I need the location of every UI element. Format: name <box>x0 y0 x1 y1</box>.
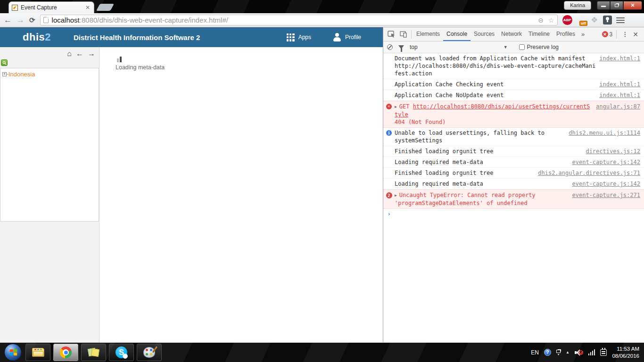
tab-favicon-icon <box>12 5 18 11</box>
volume-muted-icon[interactable] <box>575 349 583 356</box>
minimize-button[interactable]: ▬ <box>597 1 610 10</box>
source-link[interactable]: event-capture.js:142 <box>572 159 641 165</box>
browser-toolbar: ← → ⟳ localhost:8080/dhis/dhis-web-event… <box>0 13 644 27</box>
tab-close-icon[interactable]: ✕ <box>84 4 91 11</box>
console-message[interactable]: Loading required meta-data event-capture… <box>383 157 644 168</box>
tab-sources[interactable]: Sources <box>471 27 498 41</box>
failed-request-link[interactable]: http://localhost:8080/dhis/api/userSetti… <box>395 103 590 118</box>
show-hidden-icons[interactable]: ▲ <box>566 350 570 354</box>
main-panel: Loading meta-data <box>100 47 383 343</box>
console-error-message[interactable]: ✕ ▶GET http://localhost:8080/dhis/api/us… <box>383 101 644 128</box>
console-error-message[interactable]: 2 ▶Uncaught TypeError: Cannot read prope… <box>383 189 644 209</box>
source-link[interactable]: index.html:1 <box>599 92 640 99</box>
help-tray-icon[interactable]: ? <box>544 349 551 356</box>
restore-button[interactable] <box>610 1 623 10</box>
console-message[interactable]: Document was loaded from Application Cac… <box>383 53 644 79</box>
source-link[interactable]: event-capture.js:142 <box>572 181 641 187</box>
home-icon[interactable]: ⌂ <box>67 50 72 58</box>
explorer-folder-icon <box>32 348 44 357</box>
adblock-plus-icon[interactable]: ABP <box>562 15 572 25</box>
source-link[interactable]: dhis2.angular.directives.js:71 <box>538 170 640 176</box>
start-button[interactable] <box>4 344 22 361</box>
address-bar[interactable]: localhost:8080/dhis/dhis-web-event-captu… <box>40 15 558 25</box>
devtools-tabbar: Elements Console Sources Network Timelin… <box>383 27 644 41</box>
more-tabs-icon[interactable]: » <box>578 31 587 38</box>
nav-back-icon[interactable]: ← <box>76 50 83 58</box>
nav-forward-icon[interactable]: → <box>88 50 95 58</box>
source-link[interactable]: event-capture.js:271 <box>572 192 641 198</box>
window-title-bar: Event Capture ✕ Karina ▬ ✕ <box>0 0 644 13</box>
tree-expand-icon[interactable]: + <box>2 72 7 76</box>
orgunit-search-button[interactable] <box>1 59 8 66</box>
console-message[interactable]: Loading required meta-data event-capture… <box>383 179 644 189</box>
browser-profile-button[interactable]: Karina <box>564 1 591 10</box>
expand-triangle-icon[interactable]: ▶ <box>395 105 397 109</box>
chrome-menu-icon[interactable] <box>616 17 625 23</box>
restore-icon <box>615 4 619 7</box>
tree-node-label[interactable]: Indonesia <box>8 71 35 78</box>
console-message[interactable]: Finished loading orgunit tree directives… <box>383 146 644 157</box>
taskbar-clock[interactable]: 11:53 AM 08/06/2016 <box>612 346 639 360</box>
app-title: District Health Information Software 2 <box>74 33 287 41</box>
back-button[interactable]: ← <box>4 16 12 24</box>
devtools-close-icon[interactable]: ✕ <box>632 31 642 38</box>
lightbulb-extension-icon[interactable] <box>603 16 612 25</box>
expand-triangle-icon[interactable]: ▶ <box>395 193 397 197</box>
network-signal-icon[interactable] <box>588 349 595 355</box>
profile-menu[interactable]: Profile <box>333 33 361 41</box>
power-plug-icon[interactable] <box>600 349 607 356</box>
language-indicator[interactable]: EN <box>531 349 539 356</box>
tab-profiles[interactable]: Profiles <box>553 27 578 41</box>
error-badge-icon: ✕ <box>602 31 608 37</box>
tab-console[interactable]: Console <box>443 27 471 41</box>
taskbar-sticky-notes-button[interactable] <box>81 344 106 361</box>
windows-update-tray-icon[interactable]: ▾ <box>556 350 561 355</box>
taskbar-chrome-button[interactable] <box>53 344 78 361</box>
skype-icon: S <box>116 346 127 358</box>
context-dropdown-icon[interactable]: ▼ <box>504 45 508 49</box>
source-link[interactable]: index.html:1 <box>599 55 640 62</box>
source-link[interactable]: angular.js:87 <box>596 103 640 110</box>
tree-node-indonesia[interactable]: + Indonesia <box>2 71 97 78</box>
console-message[interactable]: Application Cache NoUpdate event index.h… <box>383 90 644 101</box>
source-link[interactable]: index.html:1 <box>599 81 640 88</box>
clear-console-icon[interactable] <box>387 44 393 50</box>
tab-elements[interactable]: Elements <box>413 27 443 41</box>
page-icon[interactable] <box>43 17 49 23</box>
preserve-log-checkbox[interactable] <box>519 44 525 50</box>
source-link[interactable]: directives.js:12 <box>586 148 640 155</box>
console-prompt[interactable]: › <box>383 209 644 219</box>
console-message[interactable]: Application Cache Checking event index.h… <box>383 79 644 90</box>
dropbox-icon[interactable]: ❖ <box>590 16 599 25</box>
close-button[interactable]: ✕ <box>623 1 642 10</box>
error-count-badge: 2 <box>386 192 392 198</box>
zoom-out-icon[interactable]: ⊝ <box>538 16 544 24</box>
taskbar-skype-button[interactable]: S <box>109 344 134 361</box>
reload-button[interactable]: ⟳ <box>29 16 35 24</box>
info-icon: i <box>386 130 392 136</box>
forward-button[interactable]: → <box>17 16 25 24</box>
tab-network[interactable]: Network <box>498 27 525 41</box>
ghostery-icon[interactable]: off <box>577 16 586 25</box>
error-counter[interactable]: ✕ 3 <box>600 31 615 38</box>
inspect-element-icon[interactable] <box>385 29 397 40</box>
dhis2-logo[interactable]: dhis2 <box>23 31 51 43</box>
device-toolbar-icon[interactable] <box>397 29 410 40</box>
console-info-message[interactable]: i Unable to load usersettings, falling b… <box>383 128 644 146</box>
chrome-icon <box>60 346 72 358</box>
execution-context-select[interactable]: top <box>410 44 418 50</box>
preserve-log-control: Preserve log <box>519 44 559 50</box>
console-message[interactable]: Finished loading orgunit tree dhis2.angu… <box>383 168 644 179</box>
bookmark-star-icon[interactable]: ☆ <box>548 16 554 24</box>
browser-tab[interactable]: Event Capture ✕ <box>8 1 94 13</box>
source-link[interactable]: dhis2.menu.ui.js:1114 <box>569 130 640 136</box>
taskbar-paint-button[interactable] <box>137 344 162 361</box>
devtools-menu-icon[interactable]: ⋮ <box>618 31 632 38</box>
taskbar-explorer-button[interactable] <box>25 344 50 361</box>
page-content: ⌂ ← → + Indonesia Loading meta-data <box>0 47 383 343</box>
filter-icon[interactable] <box>398 45 404 49</box>
new-tab-button[interactable] <box>96 4 114 11</box>
apps-menu[interactable]: Apps <box>287 33 311 41</box>
tab-timeline[interactable]: Timeline <box>525 27 553 41</box>
url-text[interactable]: localhost:8080/dhis/dhis-web-event-captu… <box>52 16 535 24</box>
